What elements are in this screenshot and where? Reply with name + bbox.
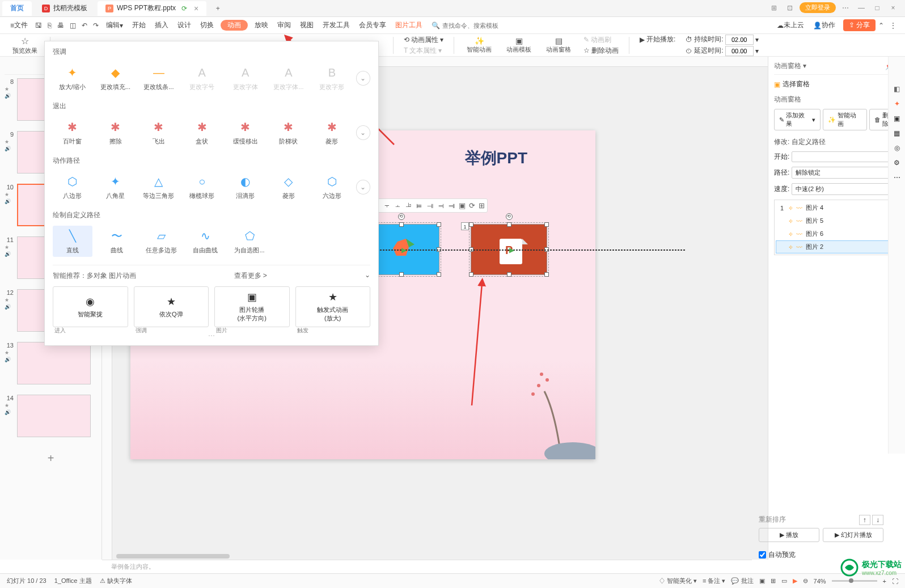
zoom-out-icon[interactable]: ⊖ [803, 577, 808, 585]
new-tab-button[interactable]: + [211, 2, 225, 15]
minimize-icon[interactable]: — [855, 4, 868, 12]
more-tools-icon[interactable]: ⊞ [479, 201, 485, 210]
format-icon[interactable]: ◧ [894, 85, 900, 93]
move-up-icon[interactable]: ↑ [859, 515, 870, 525]
motion-path-6[interactable]: ⬡六边形 [312, 171, 351, 202]
motion-path-0[interactable]: ⬡八边形 [53, 171, 91, 202]
command-search[interactable] [442, 22, 522, 29]
delay-input[interactable] [725, 46, 754, 56]
more-side-icon[interactable]: ⋯ [894, 174, 900, 181]
library-icon[interactable]: ◎ [894, 144, 900, 152]
smart-anim-button[interactable]: ✨智能动画 [461, 35, 497, 56]
custom-path-2[interactable]: ▱任意多边形 [141, 226, 181, 257]
delete-anim[interactable]: ☆ 删除动画 [580, 46, 622, 56]
rotate-icon[interactable]: ⟳ [469, 201, 475, 210]
login-button[interactable]: 立即登录 [800, 2, 836, 13]
smart-beautify[interactable]: ♢ 智能美化 ▾ [659, 577, 697, 585]
motion-path-3[interactable]: ○橄榄球形 [183, 171, 221, 202]
settings-side-icon[interactable]: ⚙ [894, 159, 900, 167]
review-tab[interactable]: 审阅 [273, 17, 295, 34]
exit-3[interactable]: ✱盒状 [183, 117, 221, 148]
expand-emphasis-icon[interactable]: ⌄ [356, 71, 370, 86]
tab-template[interactable]: D 找稻壳模板 [34, 1, 95, 16]
close-window-icon[interactable]: × [887, 4, 899, 12]
anim-brush[interactable]: ✎ 动画刷 [580, 35, 622, 45]
exit-5[interactable]: ✱阶梯状 [269, 117, 308, 148]
custom-path-0[interactable]: ╲直线 [53, 226, 92, 257]
expand-path-icon[interactable]: ⌄ [356, 180, 370, 194]
motion-path-line[interactable]: ▶ ▶ [369, 249, 686, 251]
smart-card-1[interactable]: ★依次Q弹 强调 [134, 286, 209, 327]
select-icon[interactable]: ▦ [894, 129, 900, 137]
smart-card-3[interactable]: ★触发式动画(放大) 触发 [295, 286, 371, 327]
settings-icon[interactable]: ⋯ [839, 4, 852, 12]
animation-tab-active[interactable]: 动画 [221, 20, 248, 31]
picture-tools-tab[interactable]: 图片工具 [391, 17, 427, 34]
motion-path-1[interactable]: ✦八角星 [96, 171, 134, 202]
play-button[interactable]: ▶ 播放 [759, 528, 819, 542]
align-bot-icon[interactable]: ⫤ [437, 201, 445, 210]
exit-0[interactable]: ✱百叶窗 [53, 117, 91, 148]
custom-path-1[interactable]: 〜曲线 [97, 226, 137, 257]
floating-toolbar[interactable]: ◫⫞ ⫟⫠ ⫡⫢ ⫣⫤ ⫥▣ ⟳⊞ [363, 198, 488, 213]
emphasis-0[interactable]: ✦放大/缩小 [53, 62, 91, 94]
sorter-view-icon[interactable]: ⊞ [771, 577, 776, 585]
pane-icon[interactable]: ▣ [894, 115, 900, 122]
collab-button[interactable]: 👤 协作 [809, 17, 840, 34]
select-pane-button[interactable]: ▣ 选择窗格 [774, 79, 899, 89]
redo-icon[interactable]: ↷ [90, 22, 102, 29]
zoom-label[interactable]: 74% [814, 578, 826, 585]
slide-thumbnail-13[interactable]: 13★🔊 [5, 342, 97, 384]
undo-icon[interactable]: ↶ [79, 22, 90, 29]
path-select[interactable]: 解除锁定▾ [792, 167, 899, 179]
text-properties[interactable]: T 文本属性 ▾ [400, 46, 447, 56]
effect-icon[interactable]: ✦ [894, 100, 900, 108]
exit-6[interactable]: ✱菱形 [312, 117, 351, 148]
dist-h-icon[interactable]: ⫡ [405, 201, 412, 210]
motion-path-5[interactable]: ◇菱形 [269, 171, 308, 202]
share-button[interactable]: ⇪ 分享 [843, 19, 876, 31]
emphasis-3[interactable]: A更改字号 [183, 62, 221, 94]
vip-tab[interactable]: 会员专享 [354, 17, 391, 34]
anim-list-item-0[interactable]: 1 ⟡ 〰 图片 4 ▾ [776, 201, 898, 214]
auto-preview-checkbox[interactable] [759, 551, 766, 559]
dist-v-icon[interactable]: ⫥ [448, 201, 455, 210]
emphasis-2[interactable]: —更改线条... [139, 62, 178, 94]
grid-icon[interactable]: ⊞ [768, 4, 780, 12]
see-more-link[interactable]: 查看更多 > [234, 271, 267, 281]
edit-menu[interactable]: 编辑 ▾ [102, 17, 128, 34]
export-icon[interactable]: ⎘ [45, 22, 54, 29]
custom-path-3[interactable]: ∿自由曲线 [185, 226, 225, 257]
anim-list-item-3[interactable]: ⟡ 〰 图片 2 ▾ [776, 240, 898, 253]
smart-card-2[interactable]: ▣图片轮播(水平方向) 图片 [214, 286, 290, 327]
emphasis-5[interactable]: A更改字体... [269, 62, 308, 94]
rotate-handle-icon[interactable]: ⟲ [398, 213, 405, 220]
anim-list-item-2[interactable]: ⟡ 〰 图片 6 ▾ [776, 227, 898, 240]
speed-select[interactable]: 中速(2 秒)▾ [792, 183, 899, 195]
speaker-notes[interactable]: 举例备注内容。 [102, 560, 752, 573]
exit-2[interactable]: ✱飞出 [139, 117, 178, 148]
exit-4[interactable]: ✱缓慢移出 [226, 117, 264, 148]
tab-home[interactable]: 首页 [2, 1, 32, 16]
notes-button[interactable]: ≡ 备注 ▾ [703, 577, 726, 585]
insert-tab[interactable]: 插入 [150, 17, 173, 34]
align-center-icon[interactable]: ⫟ [383, 201, 391, 210]
emphasis-4[interactable]: A更改字体 [226, 62, 264, 94]
motion-path-2[interactable]: △等边三角形 [139, 171, 178, 202]
cloud-status[interactable]: ☁ 未上云 [772, 17, 809, 34]
collapse-smart-icon[interactable]: ⌄ [365, 271, 370, 281]
exit-1[interactable]: ✱擦除 [96, 117, 134, 148]
emphasis-1[interactable]: ◆更改填充... [96, 62, 134, 94]
rotate-handle-icon[interactable]: ⟲ [506, 213, 513, 220]
align-mid-icon[interactable]: ⫣ [426, 201, 434, 210]
motion-path-4[interactable]: ◐泪滴形 [226, 171, 264, 202]
fit-icon[interactable]: ⛶ [892, 578, 898, 585]
zoom-in-icon[interactable]: + [883, 578, 886, 585]
anim-pane-button[interactable]: ▤动画窗格 [540, 35, 577, 56]
missing-fonts[interactable]: ⚠ 缺失字体 [100, 577, 132, 585]
slideshow-play-button[interactable]: ▶ 幻灯片播放 [823, 528, 883, 542]
smart-anim-button-2[interactable]: ✨ 智能动画 [823, 109, 867, 130]
emphasis-6[interactable]: B更改字形 [312, 62, 351, 94]
apps-icon[interactable]: ⊡ [784, 4, 796, 12]
normal-view-icon[interactable]: ▣ [759, 577, 765, 585]
